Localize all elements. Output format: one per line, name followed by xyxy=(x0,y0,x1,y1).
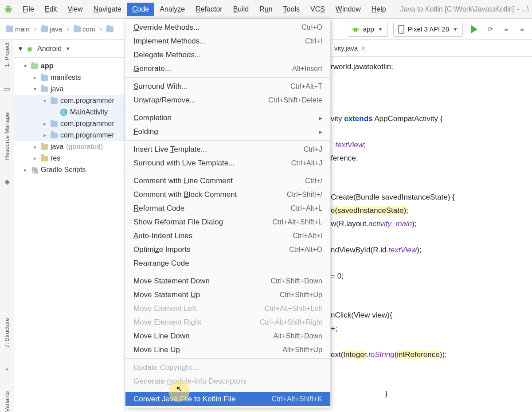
chevron-down-icon: ▾ xyxy=(19,44,22,53)
tree-node-manifests[interactable]: ▸manifests xyxy=(14,72,125,83)
tree-node-java-gen[interactable]: ▸java (generated) xyxy=(14,141,125,153)
menu-implement-methods[interactable]: Implement Methods...Ctrl+I xyxy=(125,34,330,48)
menu-edit[interactable]: Edit xyxy=(39,3,63,16)
menu-comment-line[interactable]: Comment with Line CommentCtrl+/ xyxy=(125,174,330,188)
gradle-icon: 🐘 xyxy=(31,166,38,173)
menu-tools[interactable]: Tools xyxy=(278,3,305,16)
tab-structure[interactable]: 7: Structure xyxy=(4,318,10,348)
rail-icon[interactable]: ◆ xyxy=(4,177,10,186)
menu-navigate[interactable]: Navigate xyxy=(88,3,127,16)
menu-build[interactable]: Build xyxy=(228,3,254,16)
panel-title: Android xyxy=(37,45,62,53)
folder-icon xyxy=(41,86,48,92)
toolbar-button[interactable]: ≡ xyxy=(516,23,528,35)
toolbar-button[interactable]: ≡ xyxy=(500,23,512,35)
menu-separator xyxy=(125,172,330,172)
code-menu-dropdown: Override Methods...Ctrl+O Implement Meth… xyxy=(125,19,330,408)
menu-override-methods[interactable]: Override Methods...Ctrl+O xyxy=(125,20,330,34)
menu-reformat-dialog[interactable]: Show Reformat File DialogCtrl+Alt+Shift+… xyxy=(125,215,330,229)
folder-icon xyxy=(41,75,48,81)
menu-move-line-down[interactable]: Move Line DownAlt+Shift+Down xyxy=(125,329,330,343)
tree-node-mainactivity[interactable]: CMainActivity xyxy=(14,106,125,118)
chevron-right-icon: ▸ xyxy=(319,128,322,135)
folder-icon xyxy=(41,26,48,32)
device-selector[interactable]: Pixel 3 API 28 ▼ xyxy=(393,22,463,37)
menu-file[interactable]: File xyxy=(17,3,39,16)
menu-comment-block[interactable]: Comment with Block CommentCtrl+Shift+/ xyxy=(125,188,330,201)
run-button[interactable] xyxy=(468,23,481,35)
menu-analyze[interactable]: Analyze xyxy=(154,3,190,16)
folder-icon xyxy=(41,144,48,150)
menu-delegate-methods[interactable]: Delegate Methods... xyxy=(125,48,330,62)
menu-separator xyxy=(125,272,330,272)
tree-node-gradle[interactable]: ▸🐘Gradle Scripts xyxy=(14,164,125,176)
menu-help[interactable]: Help xyxy=(366,3,391,16)
menu-refactor[interactable]: Refactor xyxy=(190,3,227,16)
menu-rearrange-code[interactable]: Rearrange Code xyxy=(125,256,330,270)
menu-completion[interactable]: Completion▸ xyxy=(125,111,330,125)
run-config-label: app xyxy=(363,25,374,33)
android-icon xyxy=(26,45,34,53)
tree-node-package[interactable]: ▾com.programmer xyxy=(14,95,125,106)
svg-point-1 xyxy=(401,31,402,32)
close-icon[interactable]: × xyxy=(360,44,366,52)
device-label: Pixel 3 API 28 xyxy=(408,25,449,33)
menu-generate[interactable]: Generate...Alt+Insert xyxy=(125,62,330,75)
crumb-main[interactable]: main xyxy=(4,24,32,34)
folder-icon xyxy=(106,26,113,32)
crumb-more[interactable] xyxy=(104,25,116,33)
menu-move-stmt-down[interactable]: Move Statement DownCtrl+Shift+Down xyxy=(125,274,330,288)
tree-node-package[interactable]: ▸com.programmer xyxy=(14,118,125,129)
tree-node-app[interactable]: ▾app xyxy=(14,60,125,72)
menu-window[interactable]: Window xyxy=(330,3,366,16)
rail-icon[interactable]: ▪ xyxy=(6,365,8,373)
rail-icon[interactable]: ▭ xyxy=(4,85,10,93)
module-icon xyxy=(31,63,38,69)
project-panel-header[interactable]: ▾ Android ▼ xyxy=(14,40,125,58)
list-icon: ≡ xyxy=(505,25,509,33)
chevron-right-icon: ▸ xyxy=(32,144,38,150)
class-icon: C xyxy=(60,109,67,116)
tab-project[interactable]: 1: Project xyxy=(4,43,10,67)
menu-run[interactable]: Run xyxy=(254,3,278,16)
menu-separator xyxy=(125,358,330,359)
chevron-down-icon: ▼ xyxy=(65,46,70,52)
menu-generate-moduleinfo: Generate module-info Descriptors xyxy=(125,374,330,388)
tab-resource-manager[interactable]: Resource Manager xyxy=(4,111,10,160)
chevron-right-icon: ▸ xyxy=(319,114,322,122)
chevron-right-icon: › xyxy=(99,24,102,34)
chevron-right-icon: ▸ xyxy=(42,132,48,138)
menu-move-line-up[interactable]: Move Line UpAlt+Shift+Up xyxy=(125,343,330,357)
project-panel: ▾ Android ▼ ▾app ▸manifests ▾java ▾com.p… xyxy=(14,40,125,412)
package-icon xyxy=(51,98,58,104)
menu-surround-with[interactable]: Surround With...Ctrl+Alt+T xyxy=(125,79,330,93)
menu-code[interactable]: Code xyxy=(127,3,154,16)
run-config-selector[interactable]: app ▼ xyxy=(347,22,388,37)
menu-folding[interactable]: Folding▸ xyxy=(125,125,330,138)
menu-vcs[interactable]: VCS xyxy=(305,3,330,16)
tree-node-java[interactable]: ▾java xyxy=(14,83,125,95)
crumb-java[interactable]: java xyxy=(39,24,65,34)
menu-view[interactable]: View xyxy=(62,3,88,16)
menu-convert-java-to-kotlin[interactable]: Convert Java File to Kotlin FileCtrl+Alt… xyxy=(125,392,330,406)
menubar: File Edit View Navigate Code Analyze Ref… xyxy=(0,0,532,19)
crumb-com[interactable]: com xyxy=(71,24,98,34)
menu-reformat-code[interactable]: Reformat CodeCtrl+Alt+L xyxy=(125,201,330,215)
editor-tab[interactable]: vity.java × xyxy=(331,40,370,56)
menu-auto-indent[interactable]: Auto-Indent LinesCtrl+Alt+I xyxy=(125,229,330,243)
menu-move-elem-right: Move Element RightCtrl+Alt+Shift+Right xyxy=(125,315,330,329)
tree-node-res[interactable]: ▸res xyxy=(14,153,125,164)
tab-label: vity.java xyxy=(334,44,358,52)
menu-optimize-imports[interactable]: Optimize ImportsCtrl+Alt+O xyxy=(125,243,330,256)
menu-insert-live-template[interactable]: Insert Live Template...Ctrl+J xyxy=(125,142,330,156)
menu-unwrap-remove[interactable]: Unwrap/Remove...Ctrl+Shift+Delete xyxy=(125,93,330,107)
menu-move-stmt-up[interactable]: Move Statement UpCtrl+Shift+Up xyxy=(125,288,330,302)
chevron-right-icon: ▸ xyxy=(32,75,38,81)
menu-surround-live-template[interactable]: Surround with Live Template...Ctrl+Alt+J xyxy=(125,156,330,170)
tab-variants[interactable]: Variants xyxy=(4,391,10,412)
menu-separator xyxy=(125,140,330,141)
refresh-icon: ⟳ xyxy=(488,25,493,33)
apply-changes-button[interactable]: ⟳ xyxy=(484,23,497,35)
menu-separator xyxy=(125,390,330,390)
tree-node-package[interactable]: ▸com.programmer xyxy=(14,129,125,141)
